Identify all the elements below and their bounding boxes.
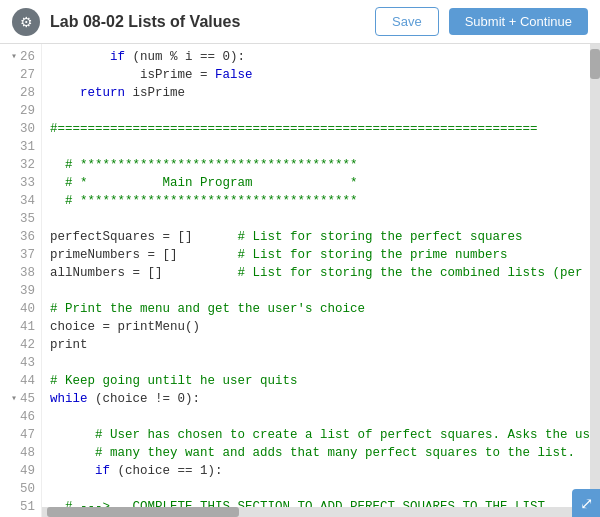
code-line: # Keep going untilt he user quits <box>50 372 582 390</box>
expand-button[interactable]: ⤢ <box>572 489 600 517</box>
line-number: 43 <box>4 354 35 372</box>
expand-icon: ⤢ <box>580 494 593 513</box>
line-number: 38 <box>4 264 35 282</box>
line-number: 48 <box>4 444 35 462</box>
line-number: 42 <box>4 336 35 354</box>
page-title: Lab 08-02 Lists of Values <box>50 13 365 31</box>
code-line: primeNumbers = [] # List for storing the… <box>50 246 582 264</box>
vertical-scrollbar[interactable] <box>590 44 600 497</box>
line-number: 47 <box>4 426 35 444</box>
line-number: 29 <box>4 102 35 120</box>
line-number: 35 <box>4 210 35 228</box>
code-line: isPrime = False <box>50 66 582 84</box>
code-line: while (choice != 0): <box>50 390 582 408</box>
horizontal-scrollbar[interactable] <box>42 507 590 517</box>
save-button[interactable]: Save <box>375 7 439 36</box>
line-number: 41 <box>4 318 35 336</box>
line-number: 37 <box>4 246 35 264</box>
submit-button[interactable]: Submit + Continue <box>449 8 588 35</box>
line-number: 34 <box>4 192 35 210</box>
code-line: # User has chosen to create a list of pe… <box>50 426 582 444</box>
line-number: 50 <box>4 480 35 498</box>
code-line: choice = printMenu() <box>50 318 582 336</box>
code-line: # ************************************* <box>50 192 582 210</box>
code-line: #=======================================… <box>50 120 582 138</box>
code-line: # * Main Program * <box>50 174 582 192</box>
code-line: print <box>50 336 582 354</box>
code-line <box>50 102 582 120</box>
line-number: ▾45 <box>4 390 35 408</box>
code-line: if (num % i == 0): <box>50 48 582 66</box>
code-line <box>50 354 582 372</box>
code-line: perfectSquares = [] # List for storing t… <box>50 228 582 246</box>
code-line: # Print the menu and get the user's choi… <box>50 300 582 318</box>
line-number: 28 <box>4 84 35 102</box>
header: ⚙ Lab 08-02 Lists of Values Save Submit … <box>0 0 600 44</box>
line-numbers: ▾26272829303132333435363738394041424344▾… <box>0 44 42 517</box>
line-number: 46 <box>4 408 35 426</box>
line-number: 31 <box>4 138 35 156</box>
code-line <box>50 210 582 228</box>
code-editor: ▾26272829303132333435363738394041424344▾… <box>0 44 600 517</box>
line-number: 32 <box>4 156 35 174</box>
gear-icon: ⚙ <box>12 8 40 36</box>
code-line <box>50 408 582 426</box>
code-line: # ************************************* <box>50 156 582 174</box>
code-line <box>50 480 582 498</box>
line-number: 33 <box>4 174 35 192</box>
line-number: 39 <box>4 282 35 300</box>
line-number: 51 <box>4 498 35 516</box>
code-line <box>50 282 582 300</box>
line-number: ▾26 <box>4 48 35 66</box>
code-text[interactable]: if (num % i == 0): isPrime = False retur… <box>42 44 590 517</box>
line-number: 49 <box>4 462 35 480</box>
line-number: 36 <box>4 228 35 246</box>
code-line <box>50 138 582 156</box>
scrollbar-thumb[interactable] <box>590 49 600 79</box>
line-number: 44 <box>4 372 35 390</box>
code-line: allNumbers = [] # List for storing the t… <box>50 264 582 282</box>
code-line: if (choice == 1): <box>50 462 582 480</box>
line-number: 40 <box>4 300 35 318</box>
line-number: 27 <box>4 66 35 84</box>
horizontal-scrollbar-thumb[interactable] <box>47 507 239 517</box>
editor-content: ▾26272829303132333435363738394041424344▾… <box>0 44 600 517</box>
line-number: 30 <box>4 120 35 138</box>
code-line: # many they want and adds that many perf… <box>50 444 582 462</box>
code-line: return isPrime <box>50 84 582 102</box>
